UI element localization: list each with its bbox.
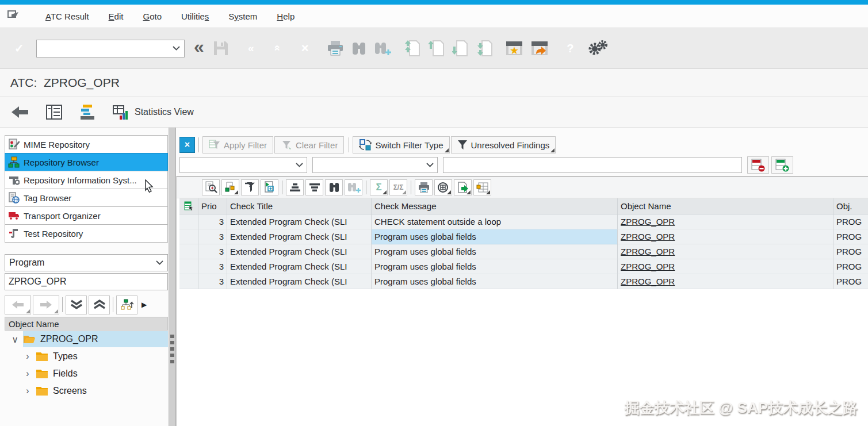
menu-help[interactable]: Help	[267, 11, 304, 21]
column-header-check-message[interactable]: Check Message	[372, 198, 618, 214]
tree-node-fields[interactable]: › Fields	[5, 365, 168, 382]
table-row[interactable]: 3 Extended Program Check (SLI Program us…	[179, 274, 868, 289]
sidebar-item-test-repository[interactable]: Test Repository	[5, 224, 168, 243]
back-arrow-button[interactable]	[12, 106, 29, 118]
sidebar-item-mime-repository[interactable]: MIME Repository	[5, 135, 168, 153]
tree-node-root[interactable]: ∨ ZPROG_OPR	[5, 331, 168, 348]
filter-combo-1[interactable]	[179, 157, 307, 173]
select-all-button[interactable]	[179, 198, 198, 214]
tree-collapsed-icon[interactable]: ›	[23, 351, 32, 362]
sidebar-item-repository-infosystem[interactable]: Repository Information Syst...	[5, 171, 168, 189]
first-page-button[interactable]	[404, 40, 421, 57]
subtotal-button[interactable]: Σ/Σ	[389, 179, 407, 195]
apply-filter-button[interactable]: Apply Filter	[202, 136, 273, 153]
row-selector[interactable]	[179, 274, 198, 289]
close-filter-button[interactable]: ×	[179, 137, 195, 153]
sidebar-item-transport-organizer[interactable]: Transport Organizer	[5, 206, 168, 225]
row-selector[interactable]	[179, 259, 198, 274]
statistics-view-button[interactable]: Statistics View	[113, 104, 194, 120]
export-button[interactable]	[454, 179, 472, 195]
print-list-button[interactable]	[415, 179, 433, 195]
history-forward-button[interactable]	[33, 295, 59, 314]
object-name-link[interactable]: ZPROG_OPR	[621, 232, 675, 241]
total-button[interactable]: Σ	[370, 179, 388, 195]
print-button[interactable]	[327, 40, 344, 56]
next-page-button[interactable]	[452, 40, 469, 57]
expand-all-button[interactable]	[66, 295, 87, 314]
display-object-button[interactable]	[261, 179, 278, 195]
find-button[interactable]	[351, 40, 367, 56]
menu-atc-result[interactable]: ATC Result	[36, 11, 99, 21]
add-filter-row-button[interactable]	[771, 156, 793, 174]
tree-column-header[interactable]: Object Name	[5, 317, 168, 331]
delete-filter-row-button[interactable]	[747, 156, 769, 174]
back-button[interactable]: «	[241, 39, 261, 59]
selected-cell[interactable]: Program uses global fields	[372, 229, 618, 244]
tree-node-types[interactable]: › Types	[5, 348, 168, 365]
object-name-link[interactable]: ZPROG_OPR	[621, 262, 675, 271]
last-page-button[interactable]	[476, 40, 494, 57]
set-filter-button[interactable]	[241, 179, 259, 195]
sidebar-item-tag-browser[interactable]: Tag Browser	[5, 189, 168, 207]
collapse-all-button[interactable]	[89, 295, 110, 314]
new-session-button[interactable]: ★	[505, 40, 523, 56]
command-field[interactable]	[36, 40, 185, 57]
object-name-link[interactable]: ZPROG_OPR	[621, 217, 675, 227]
filter-text-input[interactable]	[443, 157, 742, 173]
find-next-in-list-button[interactable]	[345, 179, 362, 195]
enter-button[interactable]: ✓	[9, 39, 29, 59]
table-row[interactable]: 3 Extended Program Check (SLI Program us…	[179, 229, 868, 244]
object-name-input[interactable]	[5, 273, 168, 290]
row-selector[interactable]	[179, 214, 198, 229]
filter-combo-2[interactable]	[312, 157, 438, 173]
sort-ascending-button[interactable]	[286, 179, 304, 195]
menu-system[interactable]: System	[219, 11, 267, 21]
system-menu-icon[interactable]	[7, 10, 20, 22]
row-selector[interactable]	[179, 244, 198, 259]
layout-view-button[interactable]	[46, 105, 62, 120]
tree-expanded-icon[interactable]: ∨	[10, 334, 20, 345]
sort-priority-button[interactable]	[79, 104, 95, 120]
switch-filter-type-button[interactable]: Switch Filter Type	[353, 136, 449, 153]
panel-splitter[interactable]	[169, 128, 176, 426]
hierarchy-up-button[interactable]	[116, 295, 137, 314]
menu-goto[interactable]: Goto	[133, 11, 171, 21]
layout-variant-button[interactable]	[221, 179, 239, 195]
toolbar-overflow-icon[interactable]: ▶	[142, 301, 147, 309]
tree-node-screens[interactable]: › Screens	[5, 382, 168, 400]
history-back-button[interactable]	[5, 295, 31, 314]
tree-collapsed-icon[interactable]: ›	[23, 386, 32, 396]
column-header-obj-type[interactable]: Obj.	[833, 198, 868, 214]
create-shortcut-button[interactable]	[530, 40, 549, 56]
findings-filter-dropdown[interactable]: Unresolved Findings	[451, 136, 556, 153]
save-button[interactable]	[212, 40, 230, 57]
previous-page-button[interactable]	[428, 40, 445, 57]
table-row[interactable]: 3 Extended Program Check (SLI Program us…	[179, 244, 868, 259]
row-selector[interactable]	[179, 229, 198, 244]
table-row[interactable]: 3 Extended Program Check (SLI Program us…	[179, 259, 868, 274]
splitter-grip-icon[interactable]	[170, 335, 174, 363]
column-header-check-title[interactable]: Check Title	[227, 198, 372, 214]
exit-button[interactable]: «	[268, 39, 288, 59]
menu-edit[interactable]: Edit	[99, 11, 133, 21]
object-type-select[interactable]: Program	[5, 254, 168, 271]
tree-collapsed-icon[interactable]: ›	[23, 369, 32, 379]
views-button[interactable]	[434, 179, 452, 195]
column-header-prio[interactable]: Prio	[198, 198, 227, 214]
details-button[interactable]	[202, 179, 220, 195]
hide-command-field-icon[interactable]: «	[194, 36, 204, 57]
find-in-list-button[interactable]	[325, 179, 343, 195]
column-header-object-name[interactable]: Object Name	[618, 198, 833, 214]
cancel-button[interactable]: ×	[295, 39, 315, 59]
customize-layout-button[interactable]	[587, 39, 608, 57]
find-next-button[interactable]	[374, 40, 392, 56]
object-name-link[interactable]: ZPROG_OPR	[621, 247, 675, 256]
sort-descending-button[interactable]	[305, 179, 323, 195]
clear-filter-button[interactable]: Clear Filter	[274, 136, 344, 153]
menu-utilities[interactable]: Utilities	[171, 11, 219, 21]
sidebar-item-repository-browser[interactable]: Repository Browser	[5, 153, 168, 171]
object-name-link[interactable]: ZPROG_OPR	[621, 277, 675, 286]
choose-layout-button[interactable]	[473, 179, 491, 195]
table-row[interactable]: 3 Extended Program Check (SLI CHECK stat…	[179, 214, 868, 229]
help-button[interactable]: ?	[560, 39, 580, 59]
